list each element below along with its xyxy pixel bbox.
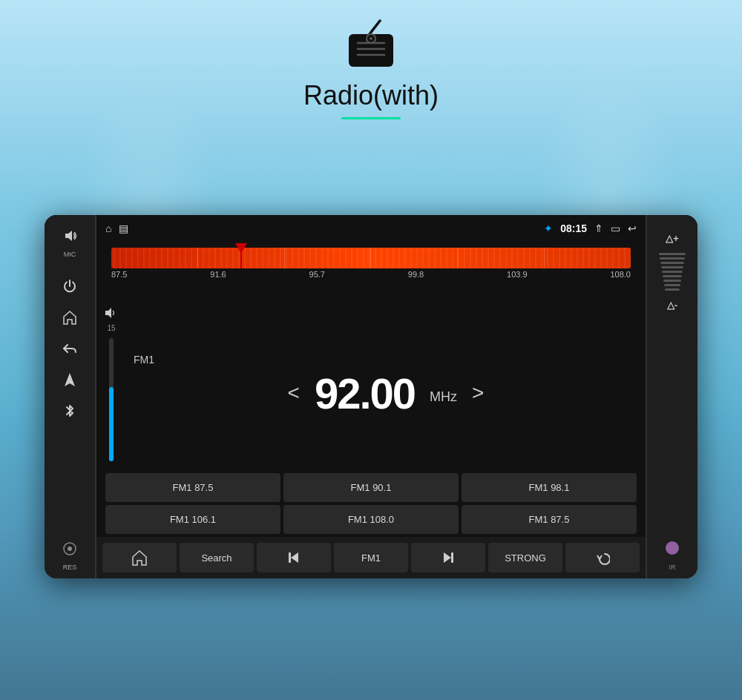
band-label: FM1 [134,354,154,366]
bluetooth-button[interactable] [56,397,83,424]
frequency-value: 92.00 [315,369,415,418]
screen: ⌂ ▤ ✦ 08:15 ⇑ ▭ ↩ [95,215,647,578]
freq-label-2: 91.6 [210,270,226,279]
volume-lines [659,253,686,291]
strong-button[interactable]: STRONG [488,543,562,572]
svg-line-0 [370,21,380,34]
ir-sensor [666,541,679,555]
freq-labels: 87.5 91.6 95.7 99.8 103.9 108.0 [111,268,631,280]
vol-line-3 [660,262,684,264]
svg-marker-16 [444,552,451,563]
preset-6[interactable]: FM1 87.5 [462,505,637,534]
frequency-number-row: < 92.00 MHz > [288,369,485,418]
vol-line-5 [662,271,683,273]
volume-bar-fill [109,387,114,461]
ir-label: IR [669,564,676,571]
svg-marker-8 [65,373,75,386]
vol-minus-button[interactable]: △- [667,300,677,311]
battery-status-icon: ▭ [611,222,620,234]
radio-icon [341,15,401,74]
right-controls-panel: △+ △- IR [647,215,697,578]
vol-plus-button[interactable]: △+ [666,233,679,244]
car-radio-device: MIC [45,215,697,578]
speaker-button[interactable] [56,222,83,249]
res-label: RES [63,564,77,571]
freq-next-button[interactable]: > [472,381,484,405]
preset-2[interactable]: FM1 90.1 [283,473,459,502]
svg-rect-17 [451,552,453,563]
vol-line-2 [660,257,685,260]
svg-marker-14 [291,552,298,563]
bluetooth-status-icon: ✦ [544,222,553,234]
freq-label-5: 103.9 [507,270,528,279]
back-left-button[interactable] [56,335,83,362]
volume-bar[interactable] [109,338,114,461]
preset-grid: FM1 87.5 FM1 90.1 FM1 98.1 FM1 106.1 FM1… [96,470,646,537]
header-section: Radio(with) [0,15,742,119]
volume-control: 15 [96,301,126,470]
status-time: 08:15 [560,222,587,234]
preset-5[interactable]: FM1 108.0 [283,505,459,534]
power-button[interactable] [56,273,83,300]
vol-line-7 [663,280,681,282]
search-button[interactable]: Search [180,543,254,572]
band-button[interactable]: FM1 [334,543,408,572]
page-title: Radio(with) [303,80,439,111]
menu-status-icon[interactable]: ▤ [119,222,128,234]
nav-button[interactable] [56,366,83,393]
title-underline [341,117,401,119]
prev-track-button[interactable] [257,543,331,572]
home-left-button[interactable] [56,304,83,331]
radio-main-content: 15 FM1 < 92.00 MHz > [96,301,646,470]
back-status-icon[interactable]: ↩ [628,222,637,234]
preset-1[interactable]: FM1 87.5 [105,473,280,502]
vol-line-1 [659,253,686,255]
frequency-spectrum: 87.5 91.6 95.7 99.8 103.9 108.0 [96,242,646,301]
svg-marker-13 [105,308,111,318]
freq-label-3: 95.7 [309,270,325,279]
frequency-unit: MHz [430,389,457,405]
frequency-display: FM1 < 92.00 MHz > [126,301,646,470]
vol-line-6 [663,275,682,277]
home-toolbar-button[interactable] [102,543,177,572]
freq-label-4: 99.8 [408,270,424,279]
status-bar: ⌂ ▤ ✦ 08:15 ⇑ ▭ ↩ [96,215,646,242]
left-controls-panel: MIC [45,215,95,578]
volume-icon [105,307,118,321]
freq-pointer-stem [240,248,242,268]
svg-point-6 [370,37,372,40]
preset-3[interactable]: FM1 98.1 [462,473,637,502]
freq-label-6: 108.0 [610,270,631,279]
freq-prev-button[interactable]: < [288,381,300,405]
home-status-icon[interactable]: ⌂ [105,222,111,234]
svg-rect-12 [111,248,631,268]
signal-status-icon: ⇑ [594,222,603,234]
back-toolbar-button[interactable] [565,543,640,572]
svg-point-10 [68,547,72,551]
preset-4[interactable]: FM1 106.1 [105,505,280,534]
bottom-toolbar: Search FM1 STRONG [96,537,646,578]
next-track-button[interactable] [411,543,485,572]
freq-label-1: 87.5 [111,270,127,279]
mic-label: MIC [64,251,76,258]
freq-track [111,248,631,268]
volume-level-label: 15 [107,324,115,332]
vol-line-4 [661,266,683,268]
res-button[interactable] [56,535,83,562]
vol-line-8 [664,284,680,286]
svg-rect-15 [289,552,291,563]
svg-marker-7 [65,231,72,241]
vol-line-9 [665,288,680,291]
